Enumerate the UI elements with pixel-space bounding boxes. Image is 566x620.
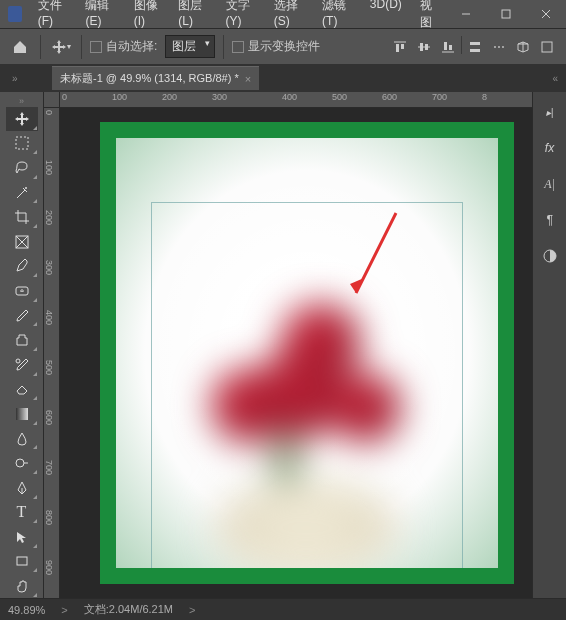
doc-info-chevron-icon[interactable]: > xyxy=(189,604,195,616)
menu-3d[interactable]: 3D(D) xyxy=(362,0,410,35)
divider xyxy=(81,35,82,59)
svg-rect-16 xyxy=(16,137,28,149)
svg-rect-14 xyxy=(470,49,480,52)
pen-tool[interactable] xyxy=(6,476,38,500)
align-top-icon[interactable] xyxy=(389,36,411,58)
dodge-tool[interactable] xyxy=(6,451,38,475)
divider xyxy=(223,35,224,59)
checkbox-icon xyxy=(232,41,244,53)
auto-select-checkbox[interactable]: 自动选择: xyxy=(90,38,157,55)
divider xyxy=(40,35,41,59)
menubar: 文件(F) 编辑(E) 图像(I) 图层(L) 文字(Y) 选择(S) 滤镜(T… xyxy=(30,0,446,35)
auto-select-label: 自动选择: xyxy=(106,38,157,55)
type-tool[interactable]: T xyxy=(6,501,38,525)
hand-tool[interactable] xyxy=(6,574,38,598)
toolbox: » T xyxy=(0,92,44,598)
align-group: ⋯ xyxy=(389,36,558,58)
clone-stamp-tool[interactable] xyxy=(6,328,38,352)
frame-tool[interactable] xyxy=(6,230,38,254)
crop-tool[interactable] xyxy=(6,205,38,229)
marquee-tool[interactable] xyxy=(6,132,38,156)
auto-select-target-dropdown[interactable]: 图层 xyxy=(165,35,215,58)
panel-menu-icon[interactable]: ▸| xyxy=(538,100,562,124)
svg-rect-6 xyxy=(401,44,404,49)
svg-rect-1 xyxy=(502,10,510,18)
menu-layer[interactable]: 图层(L) xyxy=(170,0,215,35)
menu-view[interactable]: 视图 xyxy=(412,0,446,35)
svg-point-25 xyxy=(16,459,24,467)
fx-panel-icon[interactable]: fx xyxy=(538,136,562,160)
svg-rect-11 xyxy=(444,42,447,50)
svg-rect-27 xyxy=(17,557,27,565)
document-tab[interactable]: 未标题-1 @ 49.9% (1314, RGB/8#) * × xyxy=(52,66,259,90)
svg-rect-15 xyxy=(542,42,552,52)
eyedropper-tool[interactable] xyxy=(6,255,38,279)
svg-rect-5 xyxy=(396,44,399,52)
distribute-icon[interactable] xyxy=(464,36,486,58)
statusbar: 49.89% > 文档:2.04M/6.21M > xyxy=(0,598,566,620)
document-tab-title: 未标题-1 @ 49.9% (1314, RGB/8#) * xyxy=(60,71,239,86)
artboard-icon[interactable] xyxy=(536,36,558,58)
right-panel: ▸| fx A| ¶ xyxy=(532,92,566,598)
checkbox-icon xyxy=(90,41,102,53)
svg-rect-24 xyxy=(16,408,28,420)
magic-wand-tool[interactable] xyxy=(6,181,38,205)
ruler-horizontal[interactable]: 01002003004005006007008 xyxy=(60,92,532,108)
menu-file[interactable]: 文件(F) xyxy=(30,0,76,35)
toolbox-handle-icon[interactable]: » xyxy=(19,96,24,106)
show-transform-label: 显示变换控件 xyxy=(248,38,320,55)
canvas-document[interactable] xyxy=(100,122,514,584)
zoom-chevron-icon[interactable]: > xyxy=(61,604,67,616)
align-bottom-icon[interactable] xyxy=(437,36,459,58)
3d-mode-icon[interactable] xyxy=(512,36,534,58)
ruler-vertical[interactable]: 0100200300400500600700800900 xyxy=(44,108,60,598)
doc-size[interactable]: 文档:2.04M/6.21M xyxy=(84,602,173,617)
eraser-tool[interactable] xyxy=(6,378,38,402)
workspace: » T 01002003004005006007008 010020030040… xyxy=(0,92,566,598)
more-options-icon[interactable]: ⋯ xyxy=(488,36,510,58)
lasso-tool[interactable] xyxy=(6,156,38,180)
close-tab-icon[interactable]: × xyxy=(245,73,251,85)
svg-rect-12 xyxy=(449,45,452,50)
window-controls xyxy=(446,0,566,28)
path-selection-tool[interactable] xyxy=(6,525,38,549)
paragraph-panel-icon[interactable]: ¶ xyxy=(538,208,562,232)
menu-select[interactable]: 选择(S) xyxy=(266,0,312,35)
close-button[interactable] xyxy=(526,0,566,28)
home-icon[interactable] xyxy=(8,35,32,59)
titlebar: 文件(F) 编辑(E) 图像(I) 图层(L) 文字(Y) 选择(S) 滤镜(T… xyxy=(0,0,566,28)
maximize-button[interactable] xyxy=(486,0,526,28)
minimize-button[interactable] xyxy=(446,0,486,28)
document-tab-bar: » 未标题-1 @ 49.9% (1314, RGB/8#) * × « xyxy=(0,64,566,92)
ruler-origin[interactable] xyxy=(44,92,60,108)
character-panel-icon[interactable]: A| xyxy=(538,172,562,196)
rectangle-tool[interactable] xyxy=(6,550,38,574)
history-brush-tool[interactable] xyxy=(6,353,38,377)
zoom-level[interactable]: 49.89% xyxy=(8,604,45,616)
brush-tool[interactable] xyxy=(6,304,38,328)
menu-type[interactable]: 文字(Y) xyxy=(218,0,264,35)
blur-tool[interactable] xyxy=(6,427,38,451)
menu-image[interactable]: 图像(I) xyxy=(126,0,169,35)
gradient-tool[interactable] xyxy=(6,402,38,426)
tab-overflow-icon[interactable]: « xyxy=(552,73,566,84)
tab-handle-icon[interactable]: » xyxy=(12,73,24,84)
menu-filter[interactable]: 滤镜(T) xyxy=(314,0,360,35)
move-tool-indicator-icon[interactable]: ▾ xyxy=(49,35,73,59)
move-tool[interactable] xyxy=(6,107,38,131)
svg-rect-8 xyxy=(420,43,423,51)
show-transform-checkbox[interactable]: 显示变换控件 xyxy=(232,38,320,55)
adjustments-panel-icon[interactable] xyxy=(538,244,562,268)
svg-point-23 xyxy=(16,359,20,363)
canvas-content xyxy=(116,138,498,568)
svg-rect-9 xyxy=(425,44,428,50)
menu-edit[interactable]: 编辑(E) xyxy=(77,0,123,35)
app-logo-icon xyxy=(8,6,22,22)
svg-rect-13 xyxy=(470,42,480,45)
healing-brush-tool[interactable] xyxy=(6,279,38,303)
align-vcenter-icon[interactable] xyxy=(413,36,435,58)
divider xyxy=(461,36,462,54)
canvas-area[interactable]: 01002003004005006007008 0100200300400500… xyxy=(44,92,532,598)
